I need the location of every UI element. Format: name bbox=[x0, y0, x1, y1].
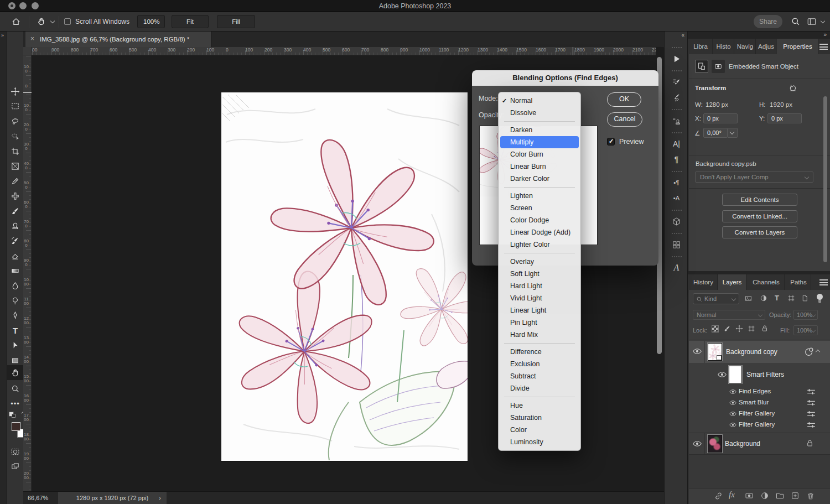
layer-filter-kind-select[interactable]: Kind bbox=[693, 293, 739, 304]
angle-field[interactable]: 0,00° bbox=[703, 128, 728, 138]
share-button[interactable]: Share bbox=[754, 15, 782, 28]
layer-thumbnail[interactable] bbox=[708, 343, 722, 361]
brush-settings-panel-icon[interactable] bbox=[665, 75, 688, 89]
actions-panel-icon[interactable] bbox=[665, 51, 688, 66]
close-tab-icon[interactable] bbox=[30, 36, 37, 42]
filter-blend-options-icon[interactable] bbox=[807, 422, 816, 428]
add-mask-icon[interactable] bbox=[744, 491, 754, 500]
filter-name[interactable]: Filter Gallery bbox=[739, 421, 775, 428]
menu-item-darker-color[interactable]: Darker Color bbox=[499, 173, 580, 185]
edit-toolbar-ellipsis[interactable]: ••• bbox=[7, 396, 23, 411]
visibility-eye-icon[interactable] bbox=[693, 348, 702, 355]
tab-layers[interactable]: Layers bbox=[718, 274, 746, 290]
edit-contents-button[interactable]: Edit Contents bbox=[722, 194, 797, 206]
y-field[interactable]: 0 px bbox=[767, 113, 802, 123]
menu-item-color-dodge[interactable]: Color Dodge bbox=[499, 214, 580, 226]
filter-toggle-icon[interactable] bbox=[817, 294, 823, 300]
filter-name[interactable]: Find Edges bbox=[739, 388, 771, 394]
tool-crop[interactable] bbox=[7, 144, 23, 158]
foreground-color-swatch[interactable] bbox=[12, 422, 20, 431]
ruler-corner[interactable] bbox=[23, 47, 32, 55]
filter-blend-options-icon[interactable] bbox=[807, 388, 816, 395]
tool-frame[interactable] bbox=[7, 159, 23, 173]
workspace-chevron-icon[interactable] bbox=[821, 19, 825, 23]
tool-pen[interactable] bbox=[7, 308, 23, 323]
filter-name[interactable]: Smart Blur bbox=[739, 399, 769, 406]
adjustment-layer-icon[interactable] bbox=[760, 491, 769, 500]
tool-history-brush[interactable] bbox=[7, 233, 23, 248]
menu-item-divide[interactable]: Divide bbox=[499, 382, 580, 394]
angle-dropdown[interactable] bbox=[728, 128, 738, 138]
mask-badge-icon[interactable] bbox=[712, 60, 725, 73]
document-image[interactable] bbox=[221, 92, 468, 461]
workspace-icon[interactable] bbox=[807, 17, 817, 27]
lock-artboard-icon[interactable] bbox=[748, 325, 755, 332]
x-field[interactable]: 0 px bbox=[703, 113, 738, 123]
visibility-eye-icon[interactable] bbox=[729, 411, 736, 417]
menu-item-linear-burn[interactable]: Linear Burn bbox=[499, 160, 580, 173]
reset-transform-icon[interactable] bbox=[788, 83, 797, 92]
filter-row[interactable]: Filter Gallery bbox=[689, 408, 830, 419]
tool-eraser[interactable] bbox=[7, 248, 23, 263]
quick-mask-button[interactable] bbox=[7, 444, 23, 459]
tool-preset-chevron-icon[interactable] bbox=[50, 19, 55, 23]
tab-channels[interactable]: Channels bbox=[748, 274, 785, 290]
tab-properties[interactable]: Properties bbox=[777, 39, 819, 54]
menu-item-darken[interactable]: Darken bbox=[499, 124, 580, 136]
layer-row-background[interactable]: Background bbox=[689, 433, 830, 454]
properties-menu-icon[interactable] bbox=[819, 44, 828, 50]
zoom-window-button[interactable] bbox=[32, 2, 39, 9]
tool-eyedropper[interactable] bbox=[7, 174, 23, 188]
tool-hand[interactable] bbox=[7, 365, 23, 380]
dialog-title[interactable]: Blending Options (Find Edges) bbox=[472, 70, 658, 86]
fit-screen-button[interactable]: Fit Screen bbox=[172, 15, 209, 28]
lock-paint-icon[interactable] bbox=[723, 325, 731, 332]
search-icon[interactable] bbox=[791, 17, 800, 26]
ruler-vertical[interactable]: 0010001002003004005006007008009001000110… bbox=[23, 55, 32, 491]
ok-button[interactable]: OK bbox=[607, 92, 641, 107]
toolbar-collapse-strip[interactable] bbox=[0, 32, 7, 504]
menu-item-linear-light[interactable]: Linear Light bbox=[499, 304, 580, 316]
menu-item-exclusion[interactable]: Exclusion bbox=[499, 358, 580, 370]
menu-item-lighten[interactable]: Lighten bbox=[499, 190, 580, 202]
opacity-field[interactable]: 100% bbox=[793, 310, 818, 320]
minimize-window-button[interactable] bbox=[19, 2, 27, 9]
smart-filters-row[interactable]: Smart Filters bbox=[689, 363, 830, 386]
properties-scrollbar[interactable] bbox=[823, 96, 827, 262]
layer-thumbnail[interactable] bbox=[708, 435, 722, 453]
collapse-filters-chevron-icon[interactable] bbox=[816, 350, 820, 354]
menu-item-color[interactable]: Color bbox=[499, 424, 580, 436]
visibility-eye-icon[interactable] bbox=[729, 389, 736, 394]
filter-row[interactable]: Filter Gallery bbox=[689, 419, 830, 433]
clone-source-panel-icon[interactable] bbox=[665, 113, 688, 128]
lock-all-icon[interactable] bbox=[761, 324, 769, 332]
close-window-button[interactable] bbox=[8, 2, 15, 9]
menu-item-screen[interactable]: Screen bbox=[499, 202, 580, 214]
fill-field[interactable]: 100% bbox=[793, 325, 818, 335]
menu-item-luminosity[interactable]: Luminosity bbox=[499, 436, 580, 448]
filter-row[interactable]: Smart Blur bbox=[689, 397, 830, 408]
menu-item-pin-light[interactable]: Pin Light bbox=[499, 316, 580, 329]
new-layer-icon[interactable] bbox=[791, 491, 800, 500]
delete-layer-icon[interactable] bbox=[806, 491, 815, 501]
cancel-button[interactable]: Cancel bbox=[607, 112, 642, 127]
filter-type-layers-icon[interactable]: T bbox=[775, 294, 779, 302]
menu-item-hard-light[interactable]: Hard Light bbox=[499, 280, 580, 292]
tool-move[interactable] bbox=[7, 84, 23, 98]
filter-adjustment-layers-icon[interactable] bbox=[760, 294, 767, 302]
convert-to-layers-button[interactable]: Convert to Layers bbox=[722, 226, 797, 238]
brushes-panel-icon[interactable] bbox=[665, 90, 688, 105]
tool-lasso[interactable] bbox=[7, 114, 23, 128]
panel-expand-strip[interactable] bbox=[688, 32, 830, 39]
paragraph-panel-icon[interactable]: ¶ bbox=[665, 152, 688, 167]
tab-paths[interactable]: Paths bbox=[786, 274, 811, 290]
tab-libraries[interactable]: Libra bbox=[689, 39, 713, 54]
document-tab[interactable]: IMG_3588.jpg @ 66,7% (Background copy, R… bbox=[25, 32, 211, 47]
layers-menu-icon[interactable] bbox=[819, 279, 828, 285]
convert-to-linked-button[interactable]: Convert to Linked... bbox=[722, 210, 797, 222]
menu-item-vivid-light[interactable]: Vivid Light bbox=[499, 292, 580, 304]
lock-transparency-icon[interactable] bbox=[712, 325, 719, 332]
menu-item-difference[interactable]: Difference bbox=[499, 346, 580, 358]
layer-comp-select[interactable]: Don't Apply Layer Comp bbox=[695, 172, 813, 183]
tool-blur[interactable] bbox=[7, 278, 23, 293]
